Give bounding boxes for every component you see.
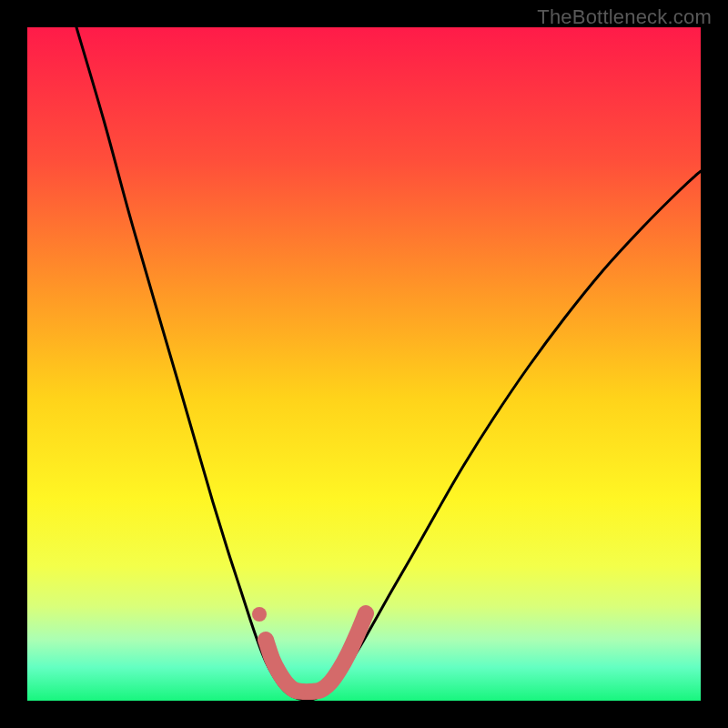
pink-right-arc [312, 613, 366, 692]
pink-dot [252, 607, 267, 622]
chart-curves-layer [27, 27, 701, 701]
pink-left-arc [266, 640, 312, 692]
chart-frame [27, 27, 701, 701]
curve-left-curve [76, 27, 308, 701]
watermark-text: TheBottleneck.com [537, 5, 712, 29]
